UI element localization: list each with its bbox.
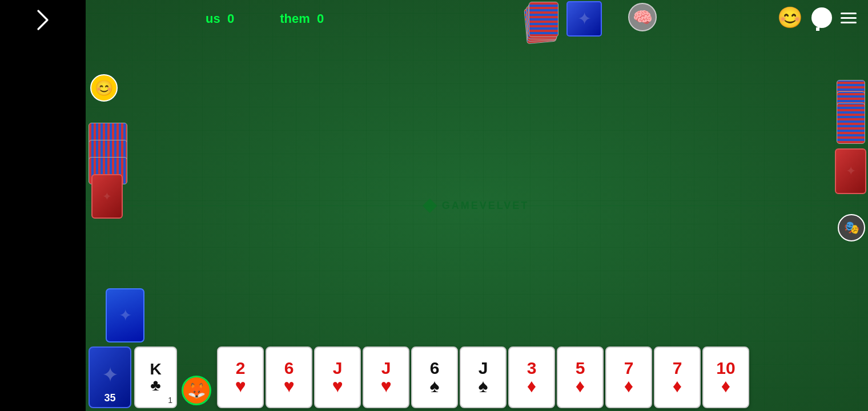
hand-card-suit-2: ♥ [332,377,343,395]
right-player-avatar: 🎭 [838,214,865,241]
hand-card-suit-6: ♦ [527,377,536,395]
hand-card-rank-9: 7 [673,360,682,377]
hand-card-suit-10: ♦ [721,377,730,395]
left-player-avatar: 😊 [90,74,118,102]
score-us: us 0 [206,11,234,26]
hand-card-rank-10: 10 [716,360,735,377]
them-label: them [280,11,310,26]
shown-card[interactable]: K ♣ 1 [134,346,177,408]
hand-card-2[interactable]: J♥ [314,346,361,408]
hand-card-rank-8: 7 [624,360,634,377]
hand-card-rank-7: 5 [576,360,585,377]
hand-card-5[interactable]: J♠ [460,346,507,408]
hand-card-0[interactable]: 2♥ [217,346,264,408]
left-card-stack: ✦ [91,117,126,225]
ai-avatar: 🧠 [628,3,657,31]
right-stack-card-3 [837,103,865,144]
left-player-icon: 😊 [90,74,118,102]
hand-card-suit-9: ♦ [673,377,682,395]
hand-card-8[interactable]: 7♦ [605,346,652,408]
shown-card-suit: ♣ [150,377,160,393]
hand-card-rank-2: J [333,360,343,377]
hand-card-suit-1: ♥ [284,377,295,395]
deck-card-top [529,2,558,37]
hand-card-suit-7: ♦ [576,377,585,395]
left-bar [0,0,86,411]
us-label: us [206,11,220,26]
hand-card-3[interactable]: J♥ [363,346,409,408]
us-value: 0 [227,11,234,26]
score-them: them 0 [280,11,324,26]
player-token: 🦊 [182,376,211,405]
stock-card[interactable]: ✦ [106,288,144,342]
logo-text: GAMEVELVET [442,200,529,212]
hand-card-9[interactable]: 7♦ [654,346,701,408]
shown-card-badge: 1 [168,396,172,405]
top-header: us 0 them 0 ✦ 🧠 [171,0,868,37]
hand-card-suit-4: ♠ [430,377,440,395]
chevron-button[interactable] [29,6,57,34]
discard-pile[interactable]: ✦ [566,1,602,37]
hand-card-rank-3: J [381,360,391,377]
hand-card-suit-5: ♠ [479,377,488,395]
card-count: 35 [104,392,115,404]
deck-area: ✦ [523,0,602,37]
right-stack-single-card: ✦ [835,148,866,194]
hand-card-1[interactable]: 6♥ [266,346,312,408]
player-token-icon: 🦊 [187,382,206,400]
hand-card-4[interactable]: 6♠ [411,346,458,408]
left-stack-single-card: ✦ [91,174,123,219]
draw-pile[interactable] [523,2,564,36]
hand-card-suit-0: ♥ [235,377,246,395]
hand-card-rank-5: J [479,360,488,377]
hand-card-suit-8: ♦ [624,377,633,395]
shown-card-rank: K [150,361,161,377]
hand-card-rank-1: 6 [284,360,294,377]
right-player-icon: 🎭 [838,214,865,241]
game-table: GAMEVELVET us 0 them 0 ✦ [86,0,868,411]
logo-diamond-icon [423,198,437,212]
player-deck-card[interactable]: 35 [89,346,131,408]
hand-card-rank-4: 6 [430,360,440,377]
hand-card-10[interactable]: 10♦ [702,346,749,408]
game-logo: GAMEVELVET [425,200,529,212]
hand-card-7[interactable]: 5♦ [557,346,604,408]
them-value: 0 [317,11,324,26]
right-card-stack: ✦ [834,80,868,206]
hand-cards: 2♥6♥J♥J♥6♠J♠3♦5♦7♦7♦10♦ [217,344,862,408]
hand-card-rank-6: 3 [527,360,537,377]
hand-card-6[interactable]: 3♦ [508,346,555,408]
hand-card-rank-0: 2 [236,360,246,377]
bottom-area: 35 K ♣ 1 🦊 2♥6♥J♥J♥6♠J♠3♦5♦7♦7♦10♦ [86,342,868,411]
hand-card-suit-3: ♥ [381,377,392,395]
